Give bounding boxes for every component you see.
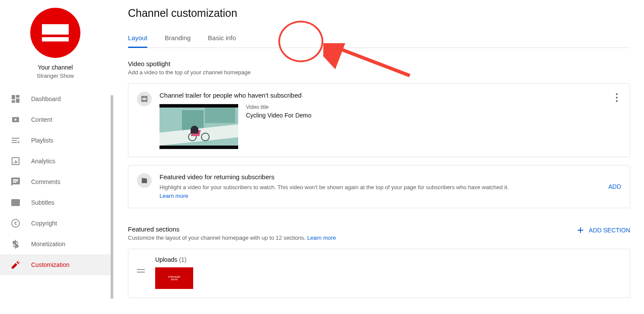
monetization-icon <box>10 239 21 249</box>
copyright-icon <box>10 218 21 228</box>
more-options-button[interactable] <box>611 90 623 105</box>
playlists-icon <box>10 135 21 146</box>
card-title: Featured video for returning subscribers <box>159 173 621 181</box>
dashboard-icon <box>10 94 21 104</box>
subtitles-icon <box>10 197 21 208</box>
main-content: Channel customization Layout Branding Ba… <box>111 0 644 314</box>
sidebar-item-content[interactable]: Content <box>0 109 111 130</box>
content-icon <box>10 114 21 125</box>
section-subtitle: Customize the layout of your channel hom… <box>128 235 336 241</box>
uploads-section-card: Uploads (1) STRANGERSHOW <box>128 249 630 298</box>
card-description: Highlight a video for your subscribers t… <box>159 183 518 200</box>
sidebar-item-playlists[interactable]: Playlists <box>0 130 111 151</box>
film-icon <box>137 92 152 106</box>
tab-layout[interactable]: Layout <box>128 30 147 48</box>
learn-more-link[interactable]: Learn more <box>159 193 188 199</box>
your-channel-label: Your channel <box>38 64 73 71</box>
video-title-value: Cycling Video For Demo <box>246 112 311 119</box>
clapper-icon <box>137 173 152 188</box>
sidebar-item-monetization[interactable]: Monetization <box>0 234 111 254</box>
sidebar-item-dashboard[interactable]: Dashboard <box>0 89 111 109</box>
learn-more-link[interactable]: Learn more <box>307 235 336 241</box>
video-thumbnail[interactable] <box>159 104 238 149</box>
uploads-count: (1) <box>177 256 186 263</box>
sidebar: Your channel Stranger Show Dashboard Con… <box>0 0 111 314</box>
channel-trailer-card: Channel trailer for people who haven't s… <box>128 83 630 157</box>
video-spotlight-section: Video spotlight Add a video to the top o… <box>128 60 630 76</box>
channel-name: Stranger Show <box>37 73 74 79</box>
section-title: Video spotlight <box>128 60 630 67</box>
plus-icon <box>576 225 585 235</box>
card-title: Channel trailer for people who haven't s… <box>159 92 621 99</box>
channel-avatar[interactable] <box>30 8 80 58</box>
sidebar-item-label: Comments <box>31 178 61 185</box>
analytics-icon <box>10 156 21 166</box>
featured-sections-header: Featured sections Customize the layout o… <box>128 225 630 241</box>
drag-handle-icon[interactable] <box>137 269 145 273</box>
comments-icon <box>10 177 21 187</box>
page-title: Channel customization <box>128 7 630 19</box>
video-title-label: Video title <box>246 104 311 110</box>
sidebar-item-label: Monetization <box>31 241 65 247</box>
upload-thumbnail[interactable]: STRANGERSHOW <box>155 267 193 289</box>
section-subtitle: Add a video to the top of your channel h… <box>128 69 630 76</box>
sidebar-item-label: Content <box>31 116 52 123</box>
sidebar-item-analytics[interactable]: Analytics <box>0 151 111 171</box>
channel-block: Your channel Stranger Show <box>0 0 111 84</box>
sidebar-item-customization[interactable]: Customization <box>0 254 111 275</box>
sidebar-item-label: Dashboard <box>31 95 61 102</box>
sidebar-item-label: Customization <box>31 261 70 268</box>
tab-basic-info[interactable]: Basic info <box>208 30 236 48</box>
sidebar-item-label: Analytics <box>31 158 55 165</box>
tabs: Layout Branding Basic info <box>128 30 630 48</box>
svg-point-0 <box>12 219 19 227</box>
sidebar-item-label: Playlists <box>31 137 53 144</box>
sidebar-item-label: Copyright <box>31 220 57 227</box>
sidebar-nav: Dashboard Content Playlists Analytics Co… <box>0 89 111 275</box>
uploads-label: Uploads (1) <box>155 256 193 263</box>
tab-branding[interactable]: Branding <box>165 30 191 48</box>
customization-icon <box>10 260 21 270</box>
section-title: Featured sections <box>128 225 336 233</box>
sidebar-item-copyright[interactable]: Copyright <box>0 213 111 234</box>
featured-returning-card: Featured video for returning subscribers… <box>128 165 630 208</box>
add-button[interactable]: ADD <box>608 183 621 190</box>
sidebar-item-comments[interactable]: Comments <box>0 171 111 192</box>
sidebar-item-label: Subtitles <box>31 199 54 206</box>
sidebar-item-subtitles[interactable]: Subtitles <box>0 192 111 213</box>
add-section-button[interactable]: ADD SECTION <box>576 225 630 235</box>
